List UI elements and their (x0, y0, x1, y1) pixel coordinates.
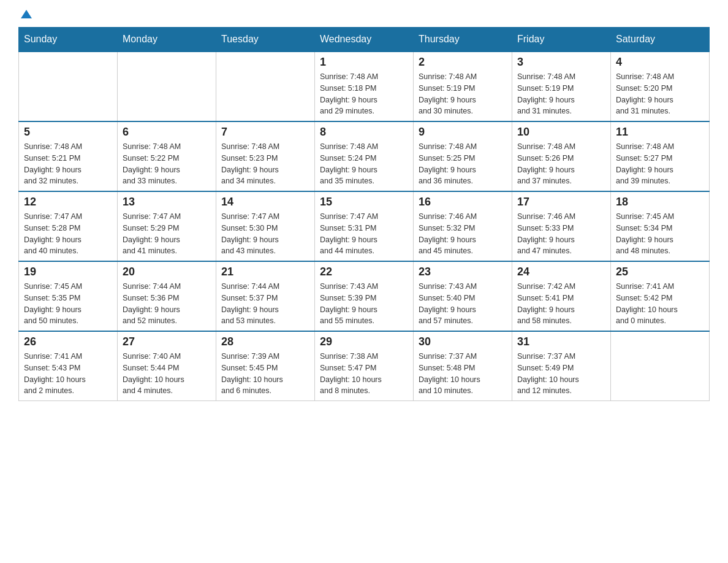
day-number: 11 (616, 126, 704, 139)
calendar-cell: 11Sunrise: 7:48 AMSunset: 5:27 PMDayligh… (611, 121, 710, 191)
calendar-cell: 1Sunrise: 7:48 AMSunset: 5:18 PMDaylight… (315, 52, 414, 121)
calendar-cell (118, 52, 216, 121)
day-info: Sunrise: 7:44 AMSunset: 5:37 PMDaylight:… (221, 281, 309, 327)
day-info: Sunrise: 7:37 AMSunset: 5:48 PMDaylight:… (419, 351, 507, 397)
week-row-2: 5Sunrise: 7:48 AMSunset: 5:21 PMDaylight… (19, 121, 710, 191)
column-header-monday: Monday (118, 28, 216, 52)
logo-arrow-icon (20, 7, 33, 21)
week-row-3: 12Sunrise: 7:47 AMSunset: 5:28 PMDayligh… (19, 191, 710, 261)
calendar-cell: 7Sunrise: 7:48 AMSunset: 5:23 PMDaylight… (216, 121, 315, 191)
calendar-cell: 22Sunrise: 7:43 AMSunset: 5:39 PMDayligh… (315, 261, 414, 331)
day-number: 31 (517, 335, 605, 348)
day-number: 28 (221, 335, 309, 348)
day-number: 9 (419, 126, 507, 139)
logo (18, 12, 33, 21)
calendar-cell: 15Sunrise: 7:47 AMSunset: 5:31 PMDayligh… (315, 191, 414, 261)
calendar-cell: 27Sunrise: 7:40 AMSunset: 5:44 PMDayligh… (118, 331, 216, 401)
day-info: Sunrise: 7:39 AMSunset: 5:45 PMDaylight:… (221, 351, 309, 397)
calendar-cell: 2Sunrise: 7:48 AMSunset: 5:19 PMDaylight… (414, 52, 512, 121)
calendar-cell (216, 52, 315, 121)
calendar-cell (19, 52, 118, 121)
day-number: 19 (24, 266, 112, 278)
day-info: Sunrise: 7:41 AMSunset: 5:43 PMDaylight:… (24, 351, 112, 397)
calendar-cell: 21Sunrise: 7:44 AMSunset: 5:37 PMDayligh… (216, 261, 315, 331)
column-header-tuesday: Tuesday (216, 28, 315, 52)
calendar-cell: 28Sunrise: 7:39 AMSunset: 5:45 PMDayligh… (216, 331, 315, 401)
calendar-cell: 6Sunrise: 7:48 AMSunset: 5:22 PMDaylight… (118, 121, 216, 191)
day-info: Sunrise: 7:48 AMSunset: 5:22 PMDaylight:… (123, 141, 211, 187)
day-number: 8 (320, 126, 408, 139)
calendar-body: 1Sunrise: 7:48 AMSunset: 5:18 PMDaylight… (19, 52, 710, 401)
day-number: 26 (24, 335, 112, 348)
calendar-cell: 19Sunrise: 7:45 AMSunset: 5:35 PMDayligh… (19, 261, 118, 331)
day-info: Sunrise: 7:48 AMSunset: 5:20 PMDaylight:… (616, 71, 704, 117)
calendar-cell: 14Sunrise: 7:47 AMSunset: 5:30 PMDayligh… (216, 191, 315, 261)
day-info: Sunrise: 7:48 AMSunset: 5:27 PMDaylight:… (616, 141, 704, 187)
day-info: Sunrise: 7:40 AMSunset: 5:44 PMDaylight:… (123, 351, 211, 397)
day-info: Sunrise: 7:37 AMSunset: 5:49 PMDaylight:… (517, 351, 605, 397)
day-number: 23 (419, 266, 507, 278)
day-number: 12 (24, 196, 112, 209)
calendar-cell: 9Sunrise: 7:48 AMSunset: 5:25 PMDaylight… (414, 121, 512, 191)
day-number: 24 (517, 266, 605, 278)
day-info: Sunrise: 7:47 AMSunset: 5:28 PMDaylight:… (24, 211, 112, 257)
calendar-cell: 17Sunrise: 7:46 AMSunset: 5:33 PMDayligh… (512, 191, 611, 261)
day-number: 30 (419, 335, 507, 348)
day-info: Sunrise: 7:48 AMSunset: 5:19 PMDaylight:… (517, 71, 605, 117)
day-info: Sunrise: 7:46 AMSunset: 5:32 PMDaylight:… (419, 211, 507, 257)
day-number: 15 (320, 196, 408, 209)
day-number: 21 (221, 266, 309, 278)
day-info: Sunrise: 7:48 AMSunset: 5:25 PMDaylight:… (419, 141, 507, 187)
week-row-1: 1Sunrise: 7:48 AMSunset: 5:18 PMDaylight… (19, 52, 710, 121)
day-info: Sunrise: 7:45 AMSunset: 5:35 PMDaylight:… (24, 281, 112, 327)
day-number: 18 (616, 196, 704, 209)
day-number: 14 (221, 196, 309, 209)
day-number: 27 (123, 335, 211, 348)
calendar-table: SundayMondayTuesdayWednesdayThursdayFrid… (18, 27, 710, 401)
day-info: Sunrise: 7:45 AMSunset: 5:34 PMDaylight:… (616, 211, 704, 257)
page-header (18, 12, 710, 21)
day-number: 20 (123, 266, 211, 278)
calendar-cell: 29Sunrise: 7:38 AMSunset: 5:47 PMDayligh… (315, 331, 414, 401)
column-header-thursday: Thursday (414, 28, 512, 52)
day-number: 13 (123, 196, 211, 209)
day-number: 1 (320, 56, 408, 69)
day-number: 5 (24, 126, 112, 139)
day-number: 2 (419, 56, 507, 69)
day-info: Sunrise: 7:47 AMSunset: 5:31 PMDaylight:… (320, 211, 408, 257)
header-row: SundayMondayTuesdayWednesdayThursdayFrid… (19, 28, 710, 52)
calendar-cell: 25Sunrise: 7:41 AMSunset: 5:42 PMDayligh… (611, 261, 710, 331)
calendar-cell: 31Sunrise: 7:37 AMSunset: 5:49 PMDayligh… (512, 331, 611, 401)
calendar-cell: 10Sunrise: 7:48 AMSunset: 5:26 PMDayligh… (512, 121, 611, 191)
calendar-cell: 13Sunrise: 7:47 AMSunset: 5:29 PMDayligh… (118, 191, 216, 261)
day-info: Sunrise: 7:48 AMSunset: 5:23 PMDaylight:… (221, 141, 309, 187)
day-info: Sunrise: 7:48 AMSunset: 5:24 PMDaylight:… (320, 141, 408, 187)
day-info: Sunrise: 7:43 AMSunset: 5:39 PMDaylight:… (320, 281, 408, 327)
week-row-4: 19Sunrise: 7:45 AMSunset: 5:35 PMDayligh… (19, 261, 710, 331)
calendar-cell: 30Sunrise: 7:37 AMSunset: 5:48 PMDayligh… (414, 331, 512, 401)
day-info: Sunrise: 7:44 AMSunset: 5:36 PMDaylight:… (123, 281, 211, 327)
day-info: Sunrise: 7:47 AMSunset: 5:29 PMDaylight:… (123, 211, 211, 257)
week-row-5: 26Sunrise: 7:41 AMSunset: 5:43 PMDayligh… (19, 331, 710, 401)
day-info: Sunrise: 7:48 AMSunset: 5:21 PMDaylight:… (24, 141, 112, 187)
day-number: 7 (221, 126, 309, 139)
column-header-wednesday: Wednesday (315, 28, 414, 52)
day-number: 3 (517, 56, 605, 69)
calendar-cell: 12Sunrise: 7:47 AMSunset: 5:28 PMDayligh… (19, 191, 118, 261)
day-info: Sunrise: 7:48 AMSunset: 5:26 PMDaylight:… (517, 141, 605, 187)
calendar-cell: 16Sunrise: 7:46 AMSunset: 5:32 PMDayligh… (414, 191, 512, 261)
calendar-cell: 8Sunrise: 7:48 AMSunset: 5:24 PMDaylight… (315, 121, 414, 191)
calendar-cell: 23Sunrise: 7:43 AMSunset: 5:40 PMDayligh… (414, 261, 512, 331)
day-info: Sunrise: 7:46 AMSunset: 5:33 PMDaylight:… (517, 211, 605, 257)
calendar-header: SundayMondayTuesdayWednesdayThursdayFrid… (19, 28, 710, 52)
column-header-saturday: Saturday (611, 28, 710, 52)
calendar-cell: 3Sunrise: 7:48 AMSunset: 5:19 PMDaylight… (512, 52, 611, 121)
calendar-cell: 24Sunrise: 7:42 AMSunset: 5:41 PMDayligh… (512, 261, 611, 331)
day-number: 6 (123, 126, 211, 139)
day-number: 16 (419, 196, 507, 209)
day-number: 10 (517, 126, 605, 139)
calendar-cell (611, 331, 710, 401)
day-number: 29 (320, 335, 408, 348)
calendar-cell: 4Sunrise: 7:48 AMSunset: 5:20 PMDaylight… (611, 52, 710, 121)
calendar-cell: 18Sunrise: 7:45 AMSunset: 5:34 PMDayligh… (611, 191, 710, 261)
